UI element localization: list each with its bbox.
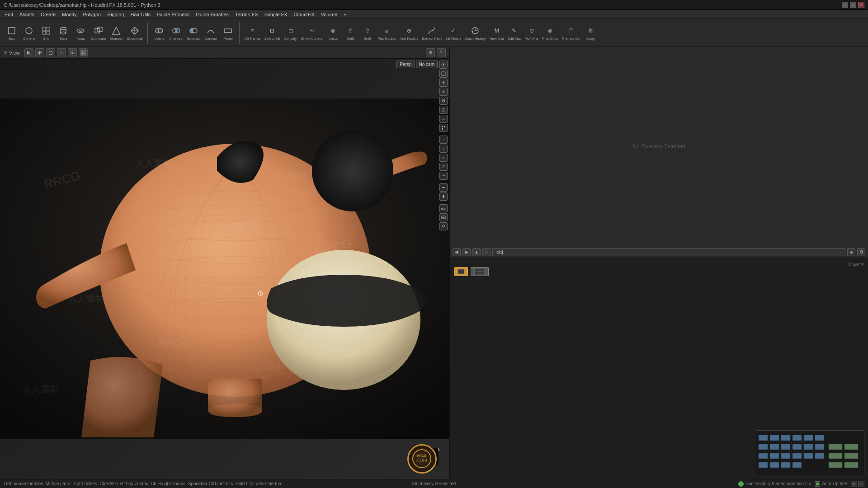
- menu-add[interactable]: +: [341, 11, 349, 18]
- svg-rect-102: [759, 453, 768, 459]
- tool-grid[interactable]: Grid: [38, 25, 54, 41]
- menu-guide-brushes[interactable]: Guide Brushes: [193, 11, 231, 18]
- menu-terrain-fx[interactable]: Terrain FX: [232, 11, 261, 18]
- shift-icon: ⇧: [345, 25, 356, 36]
- status-hint-text: Left mouse tumbles. Middle pans. Right d…: [4, 481, 288, 486]
- tool-sharpen[interactable]: Sharpen: [108, 25, 124, 41]
- tool-shift[interactable]: ⇧ Shift: [342, 25, 359, 41]
- tool-copy[interactable]: ⎘ Copy: [582, 25, 599, 41]
- status-indicator: [738, 481, 744, 487]
- tool-sphere[interactable]: Sphere: [21, 25, 37, 41]
- tool-flat-radius[interactable]: ⌀ Flat Radius: [377, 25, 397, 41]
- tool-sb-finish[interactable]: ✓ SB Finish: [444, 25, 462, 41]
- menu-hair-utils[interactable]: Hair Utils: [128, 11, 154, 18]
- select-tool-btn[interactable]: [24, 48, 33, 57]
- tool-edit-mat[interactable]: ✎ Edit Mat: [506, 25, 522, 41]
- status-icon-1[interactable]: ⟳: [851, 481, 857, 487]
- tool-torus[interactable]: Torus: [72, 25, 89, 41]
- overlay-tool-10[interactable]: /: [439, 145, 448, 153]
- svg-point-26: [49, 51, 52, 55]
- tool-show-cutters[interactable]: ✂ Show Cutters: [300, 25, 324, 41]
- transform-tool-btn[interactable]: [35, 48, 44, 57]
- overlay-tool-9[interactable]: ∙: [439, 136, 448, 144]
- maximize-button[interactable]: □: [850, 2, 856, 8]
- menu-polygon[interactable]: Polygon: [80, 11, 104, 18]
- tool-stash-history[interactable]: Stash History: [463, 25, 487, 41]
- nav-up-btn[interactable]: ▲: [472, 248, 481, 256]
- tool-panel[interactable]: Panel: [220, 25, 236, 41]
- overlay-tool-13[interactable]: [439, 172, 448, 180]
- menu-assets[interactable]: Assets: [17, 11, 37, 18]
- copy-icon: ⎘: [585, 25, 596, 36]
- menu-modify[interactable]: Modify: [59, 11, 79, 18]
- nav-forward-btn[interactable]: ▶: [462, 248, 471, 256]
- tool-new-mat[interactable]: M New Mat: [488, 25, 505, 41]
- tool-add-radius[interactable]: ⊕ Add Radius: [398, 25, 420, 41]
- grid-tool-btn[interactable]: [79, 48, 88, 57]
- tool-shift2[interactable]: ⇧ Shift: [359, 25, 376, 41]
- minimize-button[interactable]: —: [842, 2, 848, 8]
- overlay-tool-12[interactable]: [439, 163, 448, 171]
- menu-guide-process[interactable]: Guide Process: [154, 11, 192, 18]
- network-settings-btn[interactable]: ⚙: [857, 248, 865, 256]
- overlay-tool-5[interactable]: [439, 97, 448, 105]
- menu-volume[interactable]: Volume: [318, 11, 340, 18]
- tool-select-sb[interactable]: ⊡ Select SB: [263, 25, 281, 41]
- overlay-tool-1[interactable]: [439, 61, 448, 69]
- overlay-tool-6[interactable]: [439, 106, 448, 114]
- tool-primary-ov[interactable]: P Primary Ov: [561, 25, 581, 41]
- status-icon-2[interactable]: ⊙: [858, 481, 864, 487]
- tool-subdivide[interactable]: Subdivide: [126, 25, 144, 41]
- scale-tool-btn[interactable]: ⤡: [57, 48, 66, 57]
- camera-btn[interactable]: No cam: [416, 61, 438, 68]
- perspective-btn[interactable]: Persp: [396, 61, 415, 68]
- overlay-tool-img[interactable]: [439, 213, 448, 221]
- overlay-tool-8[interactable]: [439, 124, 448, 132]
- overlay-tool-7[interactable]: [439, 115, 448, 123]
- menu-simple-fx[interactable]: Simple FX: [262, 11, 290, 18]
- viewport-help-btn[interactable]: ?: [437, 48, 446, 57]
- overlay-tool-14[interactable]: [439, 183, 448, 192]
- viewport[interactable]: ⊞ View ⤡: [0, 47, 449, 479]
- svg-rect-29: [81, 51, 83, 52]
- tool-uncut[interactable]: ⊗ Uncut: [325, 25, 341, 41]
- tool-simplify[interactable]: ◻ Simplify: [283, 25, 299, 41]
- overlay-tool-3[interactable]: [439, 79, 448, 87]
- snap-tool-btn[interactable]: [68, 48, 77, 57]
- tool-intersect[interactable]: Intersect: [168, 25, 185, 41]
- menu-edit[interactable]: Edit: [2, 11, 16, 18]
- overlay-tool-11[interactable]: 12: [439, 154, 448, 162]
- auto-update-control[interactable]: Auto Update: [815, 481, 847, 487]
- node-item[interactable]: [454, 267, 489, 276]
- menu-cloud-fx[interactable]: Cloud FX: [291, 11, 317, 18]
- tool-tube[interactable]: Tube: [55, 25, 71, 41]
- nav-back-btn[interactable]: ◀: [453, 248, 461, 256]
- tool-contour[interactable]: Contour: [203, 25, 219, 41]
- tool-sb-parms[interactable]: ≡ SB Parms: [243, 25, 262, 41]
- tool-subtract[interactable]: Subtract: [185, 25, 202, 41]
- network-add-btn[interactable]: +: [847, 248, 855, 256]
- auto-update-checkbox[interactable]: [815, 481, 820, 487]
- overlay-tool-4[interactable]: ✕: [439, 88, 448, 96]
- close-button[interactable]: ✕: [858, 2, 864, 8]
- tool-duplicate[interactable]: Duplicate: [90, 25, 107, 41]
- overlay-tool-2[interactable]: [439, 70, 448, 78]
- tool-box[interactable]: Box: [4, 25, 20, 41]
- tool-union[interactable]: Union: [151, 25, 167, 41]
- nav-home-btn[interactable]: ⌂: [482, 248, 491, 256]
- menu-create[interactable]: Create: [38, 11, 58, 18]
- extract-path-icon: [426, 25, 437, 36]
- network-path[interactable]: obj: [492, 248, 845, 256]
- overlay-tool-light[interactable]: [439, 222, 448, 230]
- tool-pick-mat[interactable]: ⊙ Pick Mat: [523, 25, 540, 41]
- viewport-settings-btn[interactable]: ⚙: [426, 48, 435, 57]
- menu-rigging[interactable]: Rigging: [104, 11, 127, 18]
- tool-pick-copy[interactable]: ⊗ Pick Copy: [541, 25, 560, 41]
- network-content[interactable]: Objects: [450, 258, 868, 479]
- network-panel: ◀ ▶ ▲ ⌂ obj + ⚙ Objects: [449, 246, 868, 479]
- overlay-tool-15[interactable]: [439, 192, 448, 201]
- tool-extract-path[interactable]: Extract Path: [420, 25, 443, 41]
- scene-view[interactable]: RRCG 人人素材 RRCG 人人素材 人人素材 RRCG RRCG 人人素材 …: [0, 59, 449, 479]
- overlay-tool-abc[interactable]: abc: [439, 204, 448, 212]
- rotate-tool-btn[interactable]: [46, 48, 55, 57]
